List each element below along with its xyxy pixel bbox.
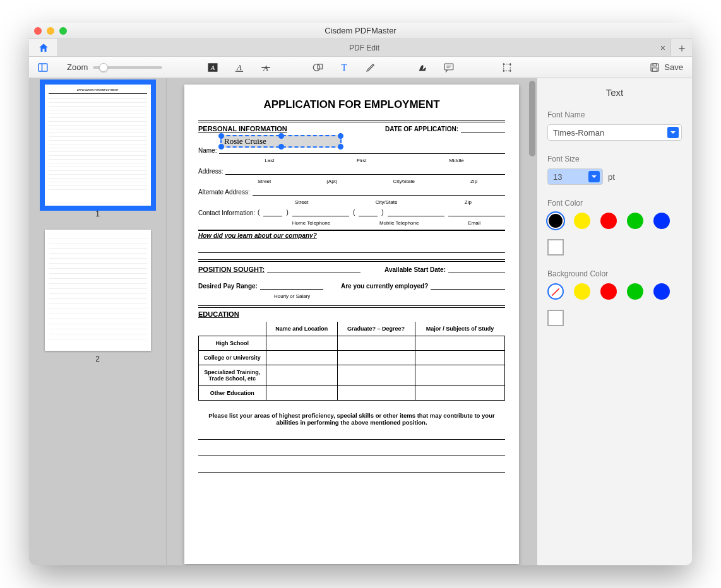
color-swatch-none[interactable]: [547, 283, 564, 300]
tab-pdf-edit[interactable]: PDF Edit ×: [58, 39, 670, 56]
save-label: Save: [664, 62, 683, 72]
color-swatch-black[interactable]: [547, 213, 564, 229]
color-swatch-yellow[interactable]: [574, 213, 590, 229]
signature-button[interactable]: [415, 60, 430, 75]
tab-bar: PDF Edit × ＋: [29, 39, 692, 57]
thumbnail-page-2[interactable]: [45, 230, 151, 351]
label-bg-color: Background Color: [547, 269, 682, 278]
strikethrough-icon: A: [260, 62, 271, 73]
color-swatch-blue[interactable]: [653, 213, 670, 229]
color-swatch-red[interactable]: [600, 213, 617, 229]
chevron-down-icon: [588, 171, 600, 182]
bg-swatch-yellow[interactable]: [574, 283, 590, 300]
svg-point-16: [509, 63, 511, 64]
label-start-date: Available Start Date:: [384, 266, 446, 273]
close-tab-button[interactable]: ×: [660, 43, 665, 53]
text-selection-box[interactable]: Rosie Cruise: [220, 135, 342, 148]
text-box-content: Rosie Cruise: [224, 136, 266, 146]
color-swatch-green[interactable]: [627, 213, 643, 229]
vertical-scrollbar[interactable]: [529, 81, 535, 548]
doc-title: APPLICATION FOR EMPLOYMENT: [198, 98, 505, 111]
document-canvas[interactable]: APPLICATION FOR EMPLOYMENT PERSONAL INFO…: [167, 78, 537, 565]
proficiency-text: Please list your areas of highest profic…: [198, 412, 505, 426]
thumbnail-label-2: 2: [35, 355, 160, 363]
label-name: Name:: [198, 147, 217, 154]
text-tool-button[interactable]: T: [337, 60, 352, 75]
font-size-select[interactable]: 13: [547, 168, 603, 185]
thumbnail-label-1: 1: [35, 209, 160, 218]
shape-icon: [312, 62, 323, 73]
font-size-unit: pt: [608, 172, 615, 182]
svg-rect-20: [653, 64, 657, 66]
text-tool-icon: T: [338, 62, 350, 73]
sub-first: First: [357, 158, 367, 163]
svg-rect-14: [504, 64, 511, 71]
titlebar: Cisdem PDFMaster: [29, 23, 692, 39]
label-font-name: Font Name: [547, 110, 682, 119]
strikethrough-button[interactable]: A: [258, 60, 273, 75]
bg-swatch-green[interactable]: [627, 283, 643, 300]
label-font-size: Font Size: [547, 155, 682, 163]
underline-icon: A: [234, 62, 245, 73]
text-block-icon: A: [207, 62, 218, 73]
label-employed: Are you currently employed?: [341, 283, 428, 290]
svg-rect-11: [444, 64, 453, 70]
label-address: Address:: [198, 168, 223, 175]
sub-last: Last: [265, 158, 274, 163]
label-contact: Contact Information:: [198, 209, 255, 216]
svg-text:A: A: [237, 62, 242, 71]
sub-middle: Middle: [449, 158, 464, 163]
section-education: EDUCATION: [198, 310, 505, 318]
thumbnail-panel: APPLICATION FOR EMPLOYMENT 1 2: [29, 78, 167, 565]
text-style-button[interactable]: A: [205, 60, 220, 75]
label-pay: Desired Pay Range:: [198, 283, 258, 290]
save-button[interactable]: Save: [649, 62, 683, 73]
svg-rect-0: [39, 64, 47, 71]
section-personal: PERSONAL INFORMATION: [198, 125, 287, 132]
bg-swatch-blue[interactable]: [653, 283, 670, 300]
properties-panel: Text Font Name Times-Roman Font Size 13 …: [537, 78, 692, 565]
font-size-value: 13: [553, 172, 562, 182]
label-date-application: DATE OF APPLICATION:: [385, 126, 458, 132]
svg-point-8: [313, 64, 320, 71]
svg-text:T: T: [342, 62, 347, 73]
svg-text:A: A: [210, 64, 215, 71]
app-window: Cisdem PDFMaster PDF Edit × ＋ Zoom A A: [29, 23, 692, 565]
font-name-value: Times-Roman: [553, 128, 604, 138]
pencil-button[interactable]: [363, 60, 378, 75]
zoom-control: Zoom: [67, 62, 162, 72]
bg-swatch-custom[interactable]: [547, 310, 564, 326]
color-swatch-custom[interactable]: [547, 239, 564, 256]
page-1: APPLICATION FOR EMPLOYMENT PERSONAL INFO…: [184, 85, 519, 564]
thumbnail-page-1[interactable]: APPLICATION FOR EMPLOYMENT: [45, 85, 151, 206]
zoom-slider-knob[interactable]: [99, 63, 108, 72]
sidebar-toggle-button[interactable]: [35, 60, 51, 75]
add-tab-button[interactable]: ＋: [670, 39, 692, 56]
svg-point-17: [503, 70, 504, 71]
svg-point-18: [509, 70, 511, 71]
pencil-icon: [365, 62, 376, 73]
tab-label: PDF Edit: [349, 44, 379, 52]
window-title: Cisdem PDFMaster: [29, 26, 692, 35]
home-button[interactable]: [29, 39, 58, 56]
comment-button[interactable]: [441, 60, 456, 75]
svg-rect-21: [653, 68, 658, 71]
chevron-down-icon: [667, 127, 679, 138]
zoom-slider[interactable]: [93, 66, 162, 69]
main-body: APPLICATION FOR EMPLOYMENT 1 2 APPLICATI…: [29, 78, 692, 565]
label-font-color: Font Color: [547, 199, 682, 208]
home-icon: [38, 42, 49, 54]
save-icon: [649, 62, 660, 73]
section-position: POSITION SOUGHT:: [198, 266, 265, 273]
crop-button[interactable]: [499, 60, 515, 75]
zoom-label: Zoom: [67, 62, 88, 72]
font-name-select[interactable]: Times-Roman: [547, 124, 682, 141]
shape-button[interactable]: [310, 60, 325, 75]
bg-color-swatches: [547, 283, 682, 326]
comment-icon: [443, 62, 455, 73]
bg-swatch-red[interactable]: [600, 283, 617, 300]
underline-button[interactable]: A: [232, 60, 247, 75]
crop-icon: [501, 62, 513, 73]
signature-icon: [417, 62, 428, 73]
font-color-swatches: [547, 213, 682, 256]
